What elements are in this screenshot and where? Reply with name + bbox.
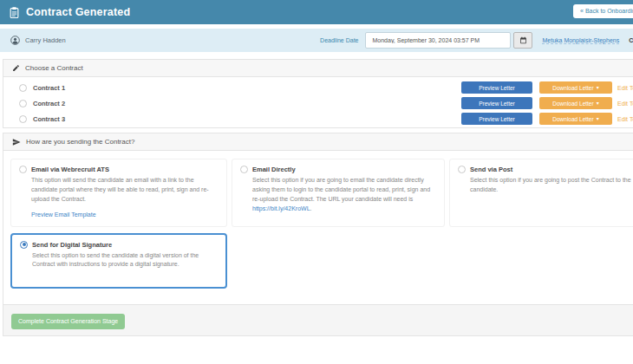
page-title: Contract Generated <box>26 6 130 18</box>
option-description: Select this option to send the candidate… <box>32 251 218 270</box>
preview-letter-button[interactable]: Preview Letter <box>461 81 532 94</box>
email-via-ats-radio[interactable] <box>19 166 27 173</box>
user-icon <box>10 36 20 45</box>
contract-3-radio[interactable] <box>19 115 27 123</box>
preview-email-template-link[interactable]: Preview Email Template <box>31 211 96 218</box>
option-email-via-ats[interactable]: Email via Webrecruit ATS This option wil… <box>10 159 227 227</box>
sending-options: Email via Webrecruit ATS This option wil… <box>3 151 633 304</box>
preview-letter-button[interactable]: Preview Letter <box>461 113 532 125</box>
contracts-list: Contract 1 Preview Letter Download Lette… <box>3 77 633 127</box>
option-description: Select this option if you are going to e… <box>252 176 436 213</box>
complete-stage-button[interactable]: Complete Contract Generation Stage <box>11 314 125 329</box>
page: Contract Generated « Back to Onboarding … <box>0 0 633 336</box>
back-to-onboarding-button[interactable]: « Back to Onboarding Process <box>573 4 633 18</box>
option-label: Email Directly <box>252 166 296 173</box>
choose-contract-header: Choose a Contract <box>3 60 633 77</box>
deadline-date-input[interactable] <box>365 32 511 49</box>
contract-label: Contract 2 <box>33 100 65 107</box>
sending-title: How are you sending the Contract? <box>26 138 134 146</box>
caret-down-icon: ▾ <box>597 116 599 121</box>
edit-template-link[interactable]: Edit Template <box>617 116 633 122</box>
option-label: Send via Post <box>470 166 512 173</box>
contract-label: Contract 1 <box>33 84 65 92</box>
email-directly-radio[interactable] <box>240 166 248 173</box>
digital-signature-radio[interactable] <box>20 241 28 249</box>
sending-panel: How are you sending the Contract? Email … <box>3 133 633 336</box>
download-letter-button[interactable]: Download Letter▾ <box>539 113 612 125</box>
choose-contract-panel: Choose a Contract Contract 1 Preview Let… <box>3 59 633 128</box>
preview-letter-button[interactable]: Preview Letter <box>461 97 532 109</box>
choose-contract-title: Choose a Contract <box>25 64 83 72</box>
panel-footer: Complete Contract Generation Stage <box>3 304 633 335</box>
candidate-info-bar: Carry Hadden Deadline Date Metuka Monpla… <box>0 29 633 52</box>
deadline-date-label: Deadline Date <box>320 37 358 43</box>
contract-2-radio[interactable] <box>19 100 27 107</box>
caret-down-icon: ▾ <box>597 85 599 90</box>
clipboard-icon <box>10 7 19 18</box>
pencil-icon <box>12 64 20 72</box>
contract-row: Contract 3 Preview Letter Download Lette… <box>3 111 633 127</box>
send-via-post-radio[interactable] <box>458 166 466 173</box>
contact-person-link[interactable]: Metuka Monplaisir-Stephens <box>542 37 619 44</box>
calendar-button[interactable] <box>513 32 532 49</box>
candidate-name: Carry Hadden <box>25 36 66 44</box>
edit-template-link[interactable]: Edit Template <box>617 85 633 91</box>
download-letter-button[interactable]: Download Letter▾ <box>539 81 612 94</box>
sending-header: How are you sending the Contract? <box>3 133 633 151</box>
app-header: Contract Generated « Back to Onboarding … <box>0 0 633 24</box>
download-letter-button[interactable]: Download Letter▾ <box>539 97 612 109</box>
option-label: Email via Webrecruit ATS <box>31 166 109 173</box>
option-send-via-post[interactable]: Send via Post Select this option if you … <box>449 159 633 227</box>
edit-template-link[interactable]: Edit Template <box>617 101 633 107</box>
contract-label: Contract 3 <box>33 115 65 123</box>
option-label: Send for Digital Signature <box>32 241 112 249</box>
contract-row: Contract 2 Preview Letter Download Lette… <box>3 95 633 111</box>
calendar-icon <box>519 36 527 44</box>
caret-down-icon: ▾ <box>597 101 599 106</box>
option-digital-signature[interactable]: Send for Digital Signature Select this o… <box>10 233 227 289</box>
contract-1-radio[interactable] <box>19 84 27 92</box>
option-description: This option will send the candidate an e… <box>31 176 219 205</box>
option-description: Select this option if you are going to p… <box>470 176 633 195</box>
option-email-directly[interactable]: Email Directly Select this option if you… <box>232 159 445 227</box>
contract-row: Contract 1 Preview Letter Download Lette… <box>3 80 633 95</box>
send-icon <box>12 138 21 146</box>
candidate-portal-url-link[interactable]: https://bit.ly/42KroWL <box>252 205 310 211</box>
candidate-id-label: Candidate ID <box>629 37 633 43</box>
